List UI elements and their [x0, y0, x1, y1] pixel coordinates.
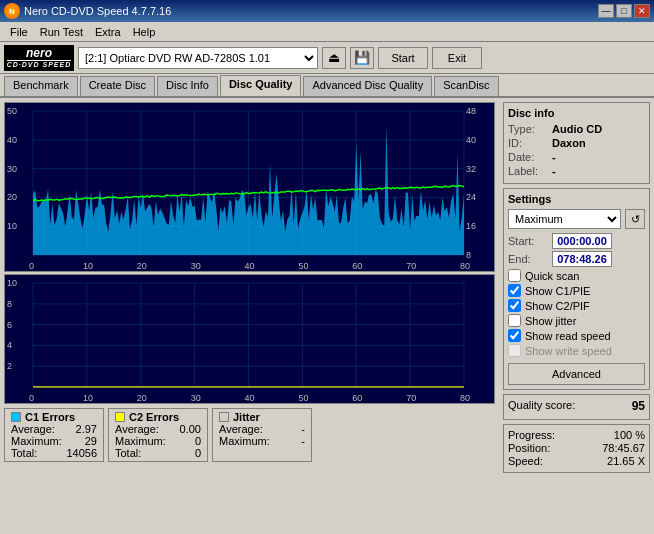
c1-total-label: Total: — [11, 447, 37, 459]
jitter-max-label: Maximum: — [219, 435, 270, 447]
c1-max-value: 29 — [85, 435, 97, 447]
position-value: 78:45.67 — [602, 442, 645, 454]
show-c1-checkbox[interactable] — [508, 284, 521, 297]
show-c2-row: Show C2/PIF — [508, 299, 645, 312]
show-c2-label: Show C2/PIF — [525, 300, 590, 312]
chart-area: C1 Errors Average: 2.97 Maximum: 29 Tota… — [0, 98, 499, 534]
show-read-speed-checkbox[interactable] — [508, 329, 521, 342]
close-button[interactable]: ✕ — [634, 4, 650, 18]
show-jitter-checkbox[interactable] — [508, 314, 521, 327]
nero-logo: nero CD·DVD SPEED — [4, 45, 74, 71]
disc-label-value: - — [552, 165, 556, 177]
jitter-avg-label: Average: — [219, 423, 263, 435]
c2-total-label: Total: — [115, 447, 141, 459]
tab-disc-info[interactable]: Disc Info — [157, 76, 218, 96]
disc-info-section: Disc info Type: Audio CD ID: Daxon Date:… — [503, 102, 650, 184]
quality-score-value: 95 — [632, 399, 645, 413]
show-c2-checkbox[interactable] — [508, 299, 521, 312]
settings-section: Settings Maximum 1x 2x 4x 8x ↺ Start: 00… — [503, 188, 650, 390]
eject-icon[interactable]: ⏏ — [322, 47, 346, 69]
progress-value: 100 % — [614, 429, 645, 441]
quick-scan-label: Quick scan — [525, 270, 579, 282]
jitter-label: Jitter — [233, 411, 260, 423]
menu-extra[interactable]: Extra — [89, 24, 127, 40]
settings-title: Settings — [508, 193, 645, 205]
c2-max-label: Maximum: — [115, 435, 166, 447]
quality-section: Quality score: 95 — [503, 394, 650, 420]
advanced-button[interactable]: Advanced — [508, 363, 645, 385]
position-label: Position: — [508, 442, 550, 454]
top-chart — [4, 102, 495, 272]
jitter-stat-box: Jitter Average: - Maximum: - — [212, 408, 312, 462]
type-label: Type: — [508, 123, 548, 135]
c2-max-value: 0 — [195, 435, 201, 447]
end-time-field[interactable]: 078:48.26 — [552, 251, 612, 267]
bottom-chart — [4, 274, 495, 404]
id-label: ID: — [508, 137, 548, 149]
titlebar-title: Nero CD-DVD Speed 4.7.7.16 — [24, 5, 171, 17]
speed-value: 21.65 X — [607, 455, 645, 467]
show-c1-label: Show C1/PIE — [525, 285, 590, 297]
jitter-max-value: - — [301, 435, 305, 447]
drive-select[interactable]: [2:1] Optiarc DVD RW AD-7280S 1.01 — [78, 47, 318, 69]
tab-create-disc[interactable]: Create Disc — [80, 76, 155, 96]
c2-avg-label: Average: — [115, 423, 159, 435]
c2-total-value: 0 — [195, 447, 201, 459]
c1-avg-value: 2.97 — [76, 423, 97, 435]
c1-color-box — [11, 412, 21, 422]
tab-benchmark[interactable]: Benchmark — [4, 76, 78, 96]
menubar: File Run Test Extra Help — [0, 22, 654, 42]
c1-max-label: Maximum: — [11, 435, 62, 447]
show-read-speed-label: Show read speed — [525, 330, 611, 342]
titlebar: N Nero CD-DVD Speed 4.7.7.16 — □ ✕ — [0, 0, 654, 22]
jitter-avg-value: - — [301, 423, 305, 435]
quality-score-label: Quality score: — [508, 399, 575, 413]
disc-info-title: Disc info — [508, 107, 645, 119]
show-write-speed-checkbox — [508, 344, 521, 357]
date-value: - — [552, 151, 556, 163]
settings-refresh-icon[interactable]: ↺ — [625, 209, 645, 229]
c1-total-value: 14056 — [66, 447, 97, 459]
menu-file[interactable]: File — [4, 24, 34, 40]
minimize-button[interactable]: — — [598, 4, 614, 18]
disc-label-label: Label: — [508, 165, 548, 177]
c2-label: C2 Errors — [129, 411, 179, 423]
c2-avg-value: 0.00 — [180, 423, 201, 435]
toolbar: nero CD·DVD SPEED [2:1] Optiarc DVD RW A… — [0, 42, 654, 74]
maximize-button[interactable]: □ — [616, 4, 632, 18]
c2-stat-box: C2 Errors Average: 0.00 Maximum: 0 Total… — [108, 408, 208, 462]
show-write-speed-row: Show write speed — [508, 344, 645, 357]
quick-scan-row: Quick scan — [508, 269, 645, 282]
progress-section: Progress: 100 % Position: 78:45.67 Speed… — [503, 424, 650, 473]
speed-label: Speed: — [508, 455, 543, 467]
progress-label: Progress: — [508, 429, 555, 441]
date-label: Date: — [508, 151, 548, 163]
show-jitter-label: Show jitter — [525, 315, 576, 327]
speed-select[interactable]: Maximum 1x 2x 4x 8x — [508, 209, 621, 229]
menu-help[interactable]: Help — [127, 24, 162, 40]
end-time-label: End: — [508, 253, 548, 265]
stats-row: C1 Errors Average: 2.97 Maximum: 29 Tota… — [4, 406, 495, 464]
right-panel: Disc info Type: Audio CD ID: Daxon Date:… — [499, 98, 654, 534]
c1-stat-box: C1 Errors Average: 2.97 Maximum: 29 Tota… — [4, 408, 104, 462]
jitter-color-box — [219, 412, 229, 422]
c1-avg-label: Average: — [11, 423, 55, 435]
tab-advanced-disc-quality[interactable]: Advanced Disc Quality — [303, 76, 432, 96]
show-jitter-row: Show jitter — [508, 314, 645, 327]
c2-color-box — [115, 412, 125, 422]
start-time-field[interactable]: 000:00.00 — [552, 233, 612, 249]
quick-scan-checkbox[interactable] — [508, 269, 521, 282]
tab-disc-quality[interactable]: Disc Quality — [220, 75, 302, 96]
type-value: Audio CD — [552, 123, 602, 135]
exit-button[interactable]: Exit — [432, 47, 482, 69]
tab-scandisc[interactable]: ScanDisc — [434, 76, 498, 96]
start-button[interactable]: Start — [378, 47, 428, 69]
start-time-label: Start: — [508, 235, 548, 247]
menu-run-test[interactable]: Run Test — [34, 24, 89, 40]
show-c1-row: Show C1/PIE — [508, 284, 645, 297]
id-value: Daxon — [552, 137, 586, 149]
tabs: Benchmark Create Disc Disc Info Disc Qua… — [0, 74, 654, 98]
show-read-speed-row: Show read speed — [508, 329, 645, 342]
save-icon[interactable]: 💾 — [350, 47, 374, 69]
show-write-speed-label: Show write speed — [525, 345, 612, 357]
